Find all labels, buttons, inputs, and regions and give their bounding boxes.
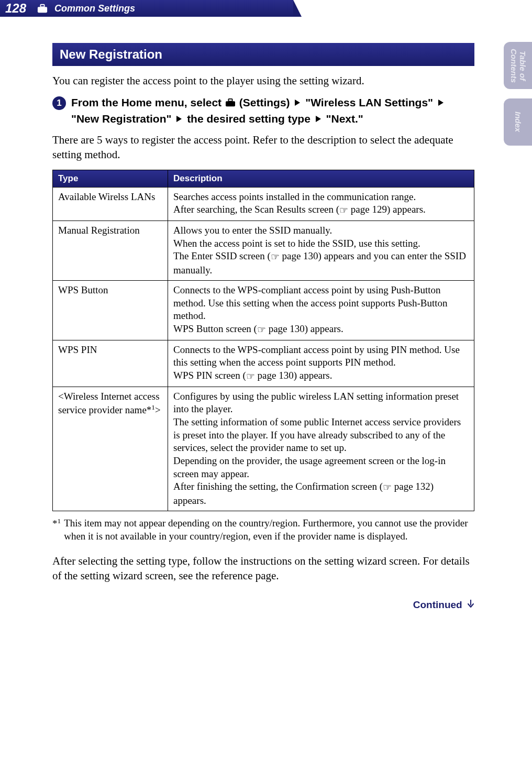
- settings-icon: [37, 3, 48, 14]
- type-cell: WPS PIN: [53, 340, 168, 387]
- continued-label: Continued: [413, 599, 462, 610]
- settings-icon: [225, 97, 239, 109]
- svg-rect-1: [40, 5, 44, 7]
- arrow-icon: [176, 116, 182, 122]
- side-tabs: Table of Contents Index: [504, 42, 532, 155]
- step-instruction: From the Home menu, select (Settings) "W…: [71, 95, 474, 126]
- desc-line: When the access point is set to hide the…: [173, 238, 420, 249]
- page-ref[interactable]: 130: [290, 323, 305, 334]
- step-text-f: "Next.": [326, 113, 363, 125]
- down-arrow-icon: [467, 600, 474, 612]
- page-number: 128: [5, 1, 26, 16]
- section-title: Common Settings: [54, 3, 135, 14]
- reference-icon: ☞: [257, 324, 266, 335]
- step-text-a: From the Home menu, select: [71, 96, 225, 108]
- footnote: *1 This item may not appear depending on…: [52, 516, 474, 543]
- desc-cell: Connects to the WPS-compliant access poi…: [168, 280, 474, 340]
- step-text-d: "New Registration": [71, 113, 174, 125]
- svg-rect-3: [228, 99, 232, 102]
- table-header-type: Type: [53, 170, 168, 187]
- page-ref[interactable]: 132: [415, 481, 430, 492]
- reference-icon: ☞: [246, 371, 255, 382]
- arrow-icon: [295, 100, 300, 106]
- desc-line: Searches access points installed in the …: [173, 191, 416, 202]
- heading-new-registration: New Registration: [52, 43, 474, 66]
- desc-cell: Configures by using the public wireless …: [168, 387, 474, 511]
- desc-cell: Allows you to enter the SSID manually. W…: [168, 221, 474, 281]
- registration-type-table: Type Description Available Wirelss LANs …: [52, 170, 474, 511]
- type-cell: Manual Registration: [53, 221, 168, 281]
- page-content: New Registration You can register the ac…: [0, 17, 532, 612]
- intro-text: You can register the access point to the…: [52, 73, 474, 88]
- reference-icon: ☞: [383, 482, 392, 493]
- desc-line: Connects to the WPS-compliant access poi…: [173, 344, 460, 368]
- table-row: Manual Registration Allows you to enter …: [53, 221, 474, 281]
- footnote-marker: *1: [52, 516, 61, 543]
- page-header: 128 Common Settings: [0, 0, 532, 17]
- reference-icon: ☞: [271, 251, 280, 262]
- svg-rect-2: [226, 102, 235, 107]
- closing-text: After selecting the setting type, follow…: [52, 554, 474, 583]
- desc-line: Depending on the provider, the usage agr…: [173, 455, 446, 479]
- desc-line: Configures by using the public wireless …: [173, 391, 459, 415]
- type-cell: Available Wirelss LANs: [53, 187, 168, 221]
- table-header-description: Description: [168, 170, 474, 187]
- desc-cell: Connects to the WPS-compliant access poi…: [168, 340, 474, 387]
- step-text-b: (Settings): [239, 96, 293, 108]
- arrow-icon: [438, 100, 444, 106]
- desc-line: Connects to the WPS-compliant access poi…: [173, 284, 448, 321]
- step-1: 1 From the Home menu, select (Settings) …: [52, 95, 474, 126]
- step-number-badge: 1: [52, 96, 66, 110]
- page-ref[interactable]: 129: [372, 204, 387, 215]
- table-row: Available Wirelss LANs Searches access p…: [53, 187, 474, 221]
- table-row: WPS Button Connects to the WPS-compliant…: [53, 280, 474, 340]
- reference-icon: ☞: [339, 205, 348, 216]
- type-cell: <Wireless Internet access service provid…: [53, 387, 168, 511]
- svg-rect-0: [38, 7, 47, 13]
- footnote-text: This item may not appear depending on th…: [64, 516, 474, 543]
- tab-index[interactable]: Index: [504, 98, 532, 146]
- step-text-e: the desired setting type: [187, 113, 314, 125]
- page-header-left: 128 Common Settings: [0, 0, 293, 17]
- type-cell: WPS Button: [53, 280, 168, 340]
- table-row: WPS PIN Connects to the WPS-compliant ac…: [53, 340, 474, 387]
- arrow-icon: [316, 116, 321, 122]
- tab-table-of-contents[interactable]: Table of Contents: [504, 42, 532, 89]
- page-ref[interactable]: 130: [303, 250, 318, 261]
- step-text-c: "Wireless LAN Settings": [305, 96, 436, 108]
- desc-line: Allows you to enter the SSID manually.: [173, 225, 332, 236]
- table-row: <Wireless Internet access service provid…: [53, 387, 474, 511]
- continued-indicator: Continued: [52, 599, 474, 612]
- desc-cell: Searches access points installed in the …: [168, 187, 474, 221]
- desc-line: The setting information of some public I…: [173, 416, 461, 453]
- after-step-text: There are 5 ways to register the access …: [52, 133, 474, 162]
- page-ref[interactable]: 130: [279, 370, 294, 381]
